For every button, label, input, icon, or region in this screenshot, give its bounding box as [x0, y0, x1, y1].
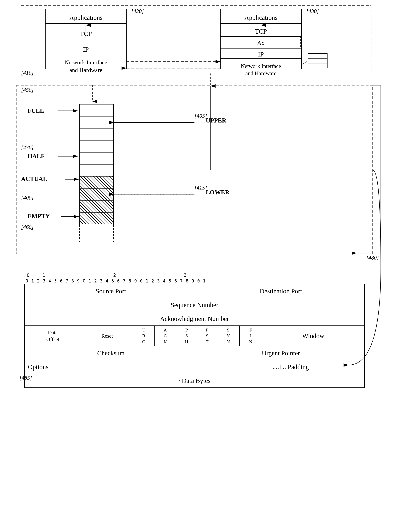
label-actual: ACTUAL — [21, 175, 47, 182]
svg-rect-19 — [308, 53, 327, 68]
svg-rect-30 — [80, 116, 113, 128]
svg-rect-31 — [80, 128, 113, 140]
ref-415: [415] — [195, 185, 207, 191]
right-stack-network: Network Interfaceand Hardware — [220, 61, 301, 78]
ref-410: [410] — [21, 70, 33, 76]
bit-scale-top: 0 1 2 3 — [24, 272, 365, 278]
right-stack-tcp: TCP — [220, 25, 301, 38]
left-stack: Applications TCP IP Network Interfaceand… — [45, 11, 126, 76]
svg-rect-35 — [80, 176, 113, 188]
label-full: FULL — [28, 107, 44, 114]
pst-cell: PST — [197, 326, 217, 346]
arrow-empty — [61, 214, 81, 219]
left-stack-tcp: TCP — [45, 25, 126, 42]
diagram-container: Applications TCP IP Network Interfaceand… — [0, 0, 404, 532]
tcp-table-section: 0 1 2 3 0 1 2 3 4 5 6 7 8 9 0 1 2 3 4 5 … — [24, 272, 365, 388]
psh-cell: PSH — [176, 326, 197, 346]
ref-400: [400] — [21, 195, 33, 201]
right-stack-applications: Applications — [220, 11, 301, 25]
padding-cell: ....I... Padding — [217, 360, 365, 374]
data-offset-cell: DataOffset — [25, 326, 81, 346]
tcp-row-control: DataOffset Reset URG ACK PSH PST SYN FIN… — [25, 326, 365, 346]
bit-scale-numbers: 0 1 2 3 4 5 6 7 8 9 0 1 2 3 4 5 6 7 8 9 … — [24, 279, 365, 283]
urg-cell: URG — [133, 326, 155, 346]
left-stack-network: Network Interfaceand Hardware — [45, 57, 126, 76]
diagram-svg — [0, 0, 404, 532]
arrow-actual — [65, 177, 81, 182]
ref-420: [420] — [131, 8, 144, 14]
window-cell: Window — [262, 326, 365, 346]
left-stack-applications: Applications — [45, 11, 126, 25]
ref-405: [405] — [195, 113, 207, 119]
svg-rect-34 — [80, 164, 113, 176]
svg-rect-32 — [80, 140, 113, 152]
right-stack: Applications TCP AS IP Network Interface… — [220, 11, 301, 78]
ref-480: [480] — [366, 255, 379, 261]
label-lower: LOWER — [206, 189, 229, 196]
svg-rect-33 — [80, 152, 113, 164]
ref-460: [460] — [21, 224, 33, 230]
svg-rect-38 — [80, 212, 113, 224]
source-port-cell: Source Port — [25, 284, 197, 298]
label-upper: UPPER — [206, 117, 226, 124]
tcp-header-table: Source Port Destination Port Sequence Nu… — [24, 284, 365, 388]
right-stack-as: AS — [220, 38, 301, 47]
svg-rect-37 — [80, 200, 113, 212]
ack-num-cell: Acknowledgment Number — [25, 312, 365, 326]
label-empty: EMPTY — [28, 213, 50, 220]
left-stack-ip: IP — [45, 42, 126, 57]
tcp-row-ports: Source Port Destination Port — [25, 284, 365, 298]
ack-cell: ACK — [155, 326, 176, 346]
checksum-cell: Checksum — [25, 346, 197, 360]
urgent-pointer-cell: Urgent Pointer — [197, 346, 365, 360]
svg-line-24 — [301, 61, 308, 65]
svg-rect-36 — [80, 188, 113, 200]
options-cell: Options — [25, 360, 217, 374]
tcp-row-seq: Sequence Number — [25, 298, 365, 312]
tcp-row-ack: Acknowledgment Number — [25, 312, 365, 326]
right-stack-ip: IP — [220, 47, 301, 61]
arrow-half — [58, 154, 80, 159]
tcp-row-checksum: Checksum Urgent Pointer — [25, 346, 365, 360]
svg-rect-29 — [80, 104, 113, 116]
arrow-full — [57, 108, 80, 113]
ref-430: [430] — [306, 8, 319, 14]
reset-cell: Reset — [81, 326, 133, 346]
ref-450: [450] — [21, 87, 33, 93]
data-bytes-cell: · Data Bytes — [25, 374, 365, 388]
syn-cell: SYN — [217, 326, 240, 346]
dest-port-cell: Destination Port — [197, 284, 365, 298]
tcp-row-data: · Data Bytes — [25, 374, 365, 388]
ref-470: [470] — [21, 144, 33, 150]
fin-cell: FIN — [240, 326, 262, 346]
label-half: HALF — [28, 153, 45, 160]
seq-num-cell: Sequence Number — [25, 298, 365, 312]
tcp-row-options: Options ....I... Padding — [25, 360, 365, 374]
